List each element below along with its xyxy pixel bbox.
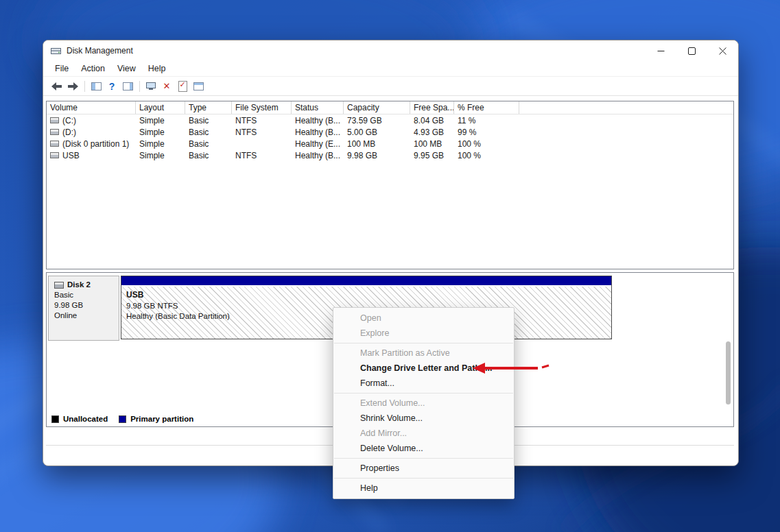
column-header-type[interactable]: Type bbox=[185, 101, 232, 114]
volume-cell: NTFS bbox=[232, 128, 292, 137]
menu-view[interactable]: View bbox=[111, 61, 142, 76]
column-header-file-system[interactable]: File System bbox=[232, 101, 292, 114]
toolbar-separator bbox=[84, 81, 85, 92]
volume-cell: 9.98 GB bbox=[344, 151, 410, 160]
disk-status: Online bbox=[54, 311, 119, 321]
legend: UnallocatedPrimary partition bbox=[51, 415, 193, 423]
back-icon[interactable] bbox=[49, 79, 64, 94]
close-button[interactable] bbox=[707, 40, 738, 61]
menu-help[interactable]: Help bbox=[142, 61, 172, 76]
menu-separator bbox=[334, 478, 513, 479]
help-icon[interactable]: ? bbox=[104, 79, 119, 94]
legend-swatch bbox=[119, 415, 126, 423]
context-menu-item-help[interactable]: Help bbox=[333, 481, 514, 496]
volume-cell: 100 % bbox=[454, 151, 519, 160]
legend-item-primary-partition: Primary partition bbox=[119, 415, 193, 423]
volume-icon bbox=[50, 141, 59, 147]
volume-cell: Healthy (B... bbox=[292, 116, 344, 125]
volume-cell: 100 MB bbox=[344, 139, 410, 149]
volume-cell: Healthy (E... bbox=[292, 139, 344, 149]
volume-name: (D:) bbox=[62, 128, 76, 137]
context-menu-item-extend-volume: Extend Volume... bbox=[333, 396, 514, 411]
volume-row[interactable]: (D:)SimpleBasicNTFSHealthy (B...5.00 GB4… bbox=[47, 126, 733, 138]
disk-type: Basic bbox=[54, 290, 119, 300]
menu-separator bbox=[334, 393, 513, 394]
volume-cell: 99 % bbox=[454, 128, 519, 137]
volume-icon bbox=[50, 129, 59, 135]
delete-volume-icon[interactable]: ✕ bbox=[159, 79, 174, 94]
disk-name: Disk 2 bbox=[67, 280, 91, 290]
menu-bar: FileActionViewHelp bbox=[43, 61, 738, 77]
volume-name: (C:) bbox=[62, 116, 76, 125]
column-header-free[interactable]: % Free bbox=[454, 101, 519, 114]
legend-label: Primary partition bbox=[130, 415, 193, 423]
partition-name: USB bbox=[126, 290, 611, 301]
volume-cell: 4.93 GB bbox=[410, 128, 454, 137]
console-tree-icon[interactable] bbox=[88, 79, 104, 94]
volume-cell: Basic bbox=[185, 128, 232, 137]
column-header-volume[interactable]: Volume bbox=[47, 101, 136, 114]
volume-row[interactable]: (C:)SimpleBasicNTFSHealthy (B...73.59 GB… bbox=[47, 114, 733, 126]
volume-cell: 11 % bbox=[454, 116, 519, 125]
volume-icon bbox=[50, 152, 59, 158]
volume-cell: Simple bbox=[136, 128, 185, 137]
column-header-filler bbox=[519, 101, 733, 114]
toolbar: ? ✕ ✓ bbox=[43, 77, 738, 96]
help-topics-icon[interactable] bbox=[191, 79, 206, 94]
volume-cell: Simple bbox=[136, 151, 185, 160]
legend-label: Unallocated bbox=[63, 415, 108, 423]
open-icon[interactable] bbox=[143, 79, 158, 94]
context-menu: OpenExploreMark Partition as ActiveChang… bbox=[333, 307, 515, 499]
volume-cell: Basic bbox=[185, 139, 232, 149]
legend-item-unallocated: Unallocated bbox=[51, 415, 108, 423]
vertical-scrollbar-thumb[interactable] bbox=[726, 341, 731, 404]
maximize-button[interactable] bbox=[676, 40, 707, 61]
menu-separator bbox=[334, 458, 513, 459]
context-menu-item-properties[interactable]: Properties bbox=[333, 461, 514, 476]
volume-icon bbox=[50, 117, 59, 123]
properties-icon[interactable]: ✓ bbox=[175, 79, 190, 94]
volume-row[interactable]: USBSimpleBasicNTFSHealthy (B...9.98 GB9.… bbox=[47, 149, 733, 161]
partition-color-strip bbox=[121, 276, 611, 287]
menu-file[interactable]: File bbox=[49, 61, 75, 76]
volume-cell: 9.95 GB bbox=[410, 151, 454, 160]
volume-cell: Basic bbox=[185, 116, 232, 125]
context-menu-item-explore: Explore bbox=[333, 326, 514, 341]
disk-size: 9.98 GB bbox=[54, 300, 119, 311]
context-menu-item-add-mirror: Add Mirror... bbox=[333, 426, 514, 441]
volume-cell: 100 MB bbox=[410, 139, 454, 149]
column-header-capacity[interactable]: Capacity bbox=[344, 101, 410, 114]
column-header-layout[interactable]: Layout bbox=[136, 101, 185, 114]
context-menu-item-delete-volume[interactable]: Delete Volume... bbox=[333, 441, 514, 456]
volume-table-body: (C:)SimpleBasicNTFSHealthy (B...73.59 GB… bbox=[47, 114, 733, 161]
column-header-status[interactable]: Status bbox=[292, 101, 344, 114]
volume-cell: Healthy (B... bbox=[292, 128, 344, 137]
volume-cell: NTFS bbox=[232, 116, 292, 125]
toolbar-separator bbox=[139, 81, 140, 92]
volume-list: VolumeLayoutTypeFile SystemStatusCapacit… bbox=[46, 101, 734, 269]
context-menu-item-open: Open bbox=[333, 311, 514, 326]
volume-cell: Healthy (B... bbox=[292, 151, 344, 160]
annotation-arrow bbox=[472, 359, 553, 377]
volume-table-header: VolumeLayoutTypeFile SystemStatusCapacit… bbox=[47, 101, 733, 114]
volume-name-cell: (C:) bbox=[47, 116, 136, 125]
volume-cell: 8.04 GB bbox=[410, 116, 454, 125]
volume-row[interactable]: (Disk 0 partition 1)SimpleBasicHealthy (… bbox=[47, 138, 733, 149]
volume-name-cell: USB bbox=[47, 151, 136, 160]
context-menu-item-mark-partition-as-active: Mark Partition as Active bbox=[333, 346, 514, 361]
forward-icon[interactable] bbox=[65, 79, 80, 94]
action-pane-icon[interactable] bbox=[120, 79, 135, 94]
menu-separator bbox=[334, 343, 513, 343]
title-bar: Disk Management bbox=[43, 40, 738, 61]
window-controls bbox=[646, 40, 738, 61]
volume-cell: 100 % bbox=[454, 139, 519, 149]
minimize-button[interactable] bbox=[646, 40, 676, 61]
context-menu-item-format[interactable]: Format... bbox=[333, 376, 514, 391]
volume-cell: Simple bbox=[136, 139, 185, 149]
volume-name-cell: (D:) bbox=[47, 128, 136, 137]
context-menu-item-shrink-volume[interactable]: Shrink Volume... bbox=[333, 411, 514, 426]
volume-cell: Simple bbox=[136, 116, 185, 125]
column-header-free-spa[interactable]: Free Spa... bbox=[410, 101, 454, 114]
disk-info-panel[interactable]: Disk 2 Basic 9.98 GB Online bbox=[48, 276, 119, 341]
menu-action[interactable]: Action bbox=[75, 61, 111, 76]
